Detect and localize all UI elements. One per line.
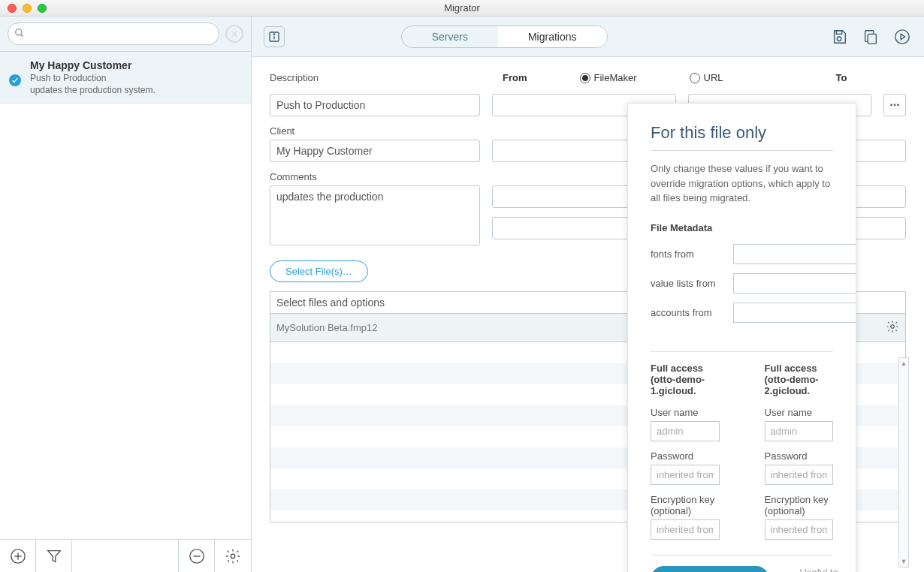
right-ek-label: Encryption key (optional)	[765, 494, 834, 516]
file-row-settings[interactable]	[886, 320, 899, 336]
info-button[interactable]	[264, 26, 285, 47]
popup-note: Only change these values if you want to …	[651, 161, 833, 206]
from-label: From	[503, 72, 527, 83]
add-button[interactable]	[0, 540, 36, 572]
minus-icon	[189, 548, 205, 564]
radio-filemaker[interactable]: FileMaker	[580, 72, 637, 83]
scrollbar[interactable]: ▲ ▼	[898, 357, 909, 567]
svg-point-19	[891, 325, 895, 329]
tab-servers[interactable]: Servers	[402, 26, 498, 47]
toolbar: Servers Migrations	[252, 17, 924, 57]
save-icon	[831, 29, 847, 45]
to-label: To	[836, 72, 847, 83]
search-input[interactable]	[29, 29, 211, 40]
left-pw-input[interactable]	[651, 465, 720, 485]
left-user-input[interactable]	[651, 421, 720, 441]
left-ek-label: Encryption key (optional)	[651, 494, 720, 516]
duplicate-file-button[interactable]: Duplicate File	[651, 566, 769, 573]
gear-icon	[225, 548, 241, 564]
popup-title: For this file only	[651, 123, 833, 143]
fonts-input[interactable]	[733, 244, 856, 264]
svg-line-1	[21, 35, 23, 37]
svg-marker-18	[901, 34, 905, 39]
titlebar: Migrator	[0, 0, 924, 17]
svg-point-10	[231, 554, 235, 558]
svg-point-0	[16, 29, 22, 35]
funnel-icon	[46, 548, 62, 564]
view-tabs: Servers Migrations	[401, 26, 608, 48]
svg-point-13	[273, 34, 274, 35]
description-input[interactable]	[270, 94, 480, 116]
right-access-header: Full access (otto-demo-2.gicloud.	[765, 363, 834, 396]
window-title: Migrator	[0, 2, 924, 14]
tab-migrations[interactable]: Migrations	[498, 26, 607, 47]
check-icon	[9, 74, 21, 86]
filter-button[interactable]	[36, 540, 72, 572]
left-ek-input[interactable]	[651, 519, 720, 540]
right-user-input[interactable]	[765, 421, 834, 441]
migration-item-line2: Push to Production	[30, 73, 240, 83]
left-access-header: Full access (otto-demo-1.gicloud.	[651, 363, 720, 396]
migration-item-title: My Happy Customer	[30, 59, 240, 71]
right-pw-input[interactable]	[765, 465, 834, 485]
gear-icon	[886, 320, 899, 333]
right-ek-input[interactable]	[765, 519, 834, 540]
right-user-label: User name	[765, 407, 834, 418]
sidebar: My Happy Customer Push to Production upd…	[0, 17, 252, 572]
duplicate-hint: Useful to deploy the same file to multip…	[799, 566, 851, 573]
clear-search-button[interactable]	[225, 25, 243, 43]
svg-rect-14	[836, 30, 841, 34]
settings-button[interactable]	[215, 540, 251, 572]
svg-point-17	[895, 29, 909, 43]
remove-button[interactable]	[179, 540, 215, 572]
svg-rect-16	[868, 34, 876, 44]
client-input[interactable]	[270, 140, 480, 162]
file-options-popup: For this file only Only change these val…	[627, 103, 856, 572]
search-icon	[14, 28, 25, 38]
comments-input[interactable]: updates the production	[270, 185, 480, 245]
copy-icon	[862, 29, 879, 45]
accounts-label: accounts from	[651, 307, 726, 318]
copy-button[interactable]	[861, 27, 880, 47]
info-icon	[268, 31, 280, 43]
migration-item-line3: updates the production system.	[30, 85, 240, 95]
svg-marker-7	[47, 550, 60, 561]
play-icon	[894, 29, 910, 45]
vlists-input[interactable]	[733, 273, 856, 294]
migration-list-item[interactable]: My Happy Customer Push to Production upd…	[0, 52, 251, 104]
more-button[interactable]: ···	[883, 94, 906, 116]
scroll-up-icon[interactable]: ▲	[899, 358, 908, 369]
description-label: Description	[270, 72, 480, 83]
right-pw-label: Password	[765, 450, 834, 462]
left-pw-label: Password	[651, 450, 720, 462]
save-button[interactable]	[829, 27, 849, 47]
search-box[interactable]	[8, 23, 219, 45]
file-name: MySolution Beta.fmp12	[276, 322, 377, 333]
vlists-label: value lists from	[651, 278, 726, 289]
svg-point-15	[837, 37, 841, 41]
scroll-down-icon[interactable]: ▼	[899, 556, 908, 567]
metadata-header: File Metadata	[651, 222, 856, 233]
plus-icon	[10, 548, 26, 564]
left-user-label: User name	[651, 407, 720, 418]
run-button[interactable]	[892, 27, 912, 47]
select-files-button[interactable]: Select File(s)…	[270, 260, 368, 282]
radio-url[interactable]: URL	[690, 72, 723, 83]
fonts-label: fonts from	[651, 248, 726, 260]
accounts-input[interactable]	[733, 303, 856, 323]
main-panel: Servers Migrations Description	[252, 17, 924, 572]
